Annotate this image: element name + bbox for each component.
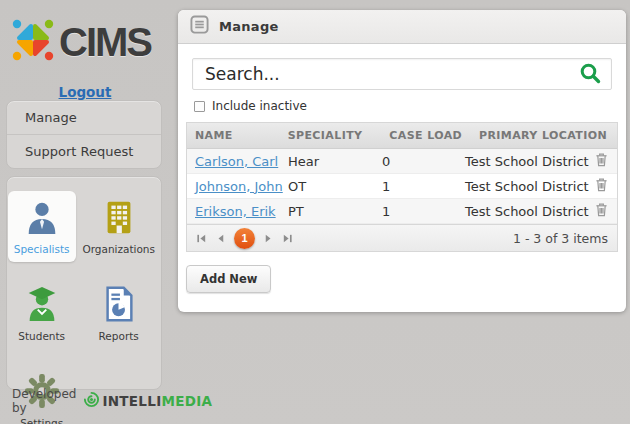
sidebar: CIMS Logout Manage Support Request Speci… xyxy=(0,0,170,424)
case-load-cell: 1 xyxy=(374,204,457,219)
pager-first-button[interactable] xyxy=(196,233,207,244)
module-label: Specialists xyxy=(14,243,70,255)
pager-last-button[interactable] xyxy=(282,233,293,244)
developed-by-text: Developed by xyxy=(12,387,76,415)
column-header-speciality[interactable]: SPECIALITY xyxy=(280,123,382,148)
graduate-icon xyxy=(23,285,61,323)
cims-logo-icon xyxy=(9,16,57,68)
pager: 1 1 - 3 of 3 items xyxy=(187,224,617,251)
table-header-row: NAME SPECIALITY CASE LOAD PRIMARY LOCATI… xyxy=(187,123,617,149)
pager-next-button[interactable] xyxy=(263,233,274,244)
include-inactive-checkbox[interactable] xyxy=(194,101,205,112)
panel-title: Manage xyxy=(219,19,279,34)
case-load-cell: 1 xyxy=(374,179,457,194)
search-button[interactable] xyxy=(579,62,601,87)
search-box xyxy=(192,58,612,90)
building-icon xyxy=(100,198,138,236)
primary-location-cell: Test School District xyxy=(457,204,587,219)
brand-title: CIMS xyxy=(59,20,151,65)
module-reports[interactable]: Reports xyxy=(93,278,145,349)
include-inactive-label: Include inactive xyxy=(212,99,307,113)
module-label: Students xyxy=(18,330,65,342)
add-new-button[interactable]: Add New xyxy=(186,265,271,293)
table-row: Carlson, Carl Hear 0 Test School Distric… xyxy=(187,149,617,174)
search-input[interactable] xyxy=(203,63,579,85)
module-students[interactable]: Students xyxy=(12,278,71,349)
app-logo: CIMS xyxy=(9,16,151,68)
report-document-icon xyxy=(100,285,138,323)
module-label: Settings xyxy=(20,417,63,424)
speciality-cell: PT xyxy=(280,204,374,219)
manage-panel: Manage Include inactive NAME SPECIALITY xyxy=(178,10,626,312)
sidebar-item-manage[interactable]: Manage xyxy=(7,101,161,135)
specialist-link[interactable]: Carlson, Carl xyxy=(195,154,278,169)
sidebar-item-support-request[interactable]: Support Request xyxy=(7,135,161,168)
intellimedia-swirl-icon xyxy=(76,391,100,411)
intellimedia-wordmark-left: INTELLI xyxy=(102,393,161,409)
include-inactive-row: Include inactive xyxy=(194,99,612,113)
search-icon xyxy=(579,62,601,87)
specialist-link[interactable]: Johnson, John xyxy=(195,179,283,194)
column-header-name[interactable]: NAME xyxy=(187,123,280,148)
primary-location-cell: Test School District xyxy=(457,179,587,194)
trash-icon xyxy=(595,152,608,170)
module-organizations[interactable]: Organizations xyxy=(76,191,161,262)
speciality-cell: Hear xyxy=(280,154,374,169)
intellimedia-wordmark-right: MEDIA xyxy=(162,393,213,409)
specialist-link[interactable]: Erikson, Erik xyxy=(195,204,276,219)
speciality-cell: OT xyxy=(280,179,374,194)
delete-button[interactable] xyxy=(595,202,608,220)
sidebar-menu: Manage Support Request xyxy=(6,100,162,169)
column-header-case-load[interactable]: CASE LOAD xyxy=(381,123,471,148)
pager-page-1[interactable]: 1 xyxy=(234,228,255,249)
list-icon xyxy=(190,15,209,38)
person-icon xyxy=(23,198,61,236)
column-header-primary-location[interactable]: PRIMARY LOCATION xyxy=(471,123,601,148)
delete-button[interactable] xyxy=(595,152,608,170)
specialists-table: NAME SPECIALITY CASE LOAD PRIMARY LOCATI… xyxy=(186,122,618,252)
pager-summary: 1 - 3 of 3 items xyxy=(513,231,608,246)
sidebar-modules: Specialists Organization xyxy=(6,176,162,390)
table-row: Johnson, John OT 1 Test School District xyxy=(187,174,617,199)
panel-header: Manage xyxy=(178,10,626,44)
table-row: Erikson, Erik PT 1 Test School District xyxy=(187,199,617,224)
primary-location-cell: Test School District xyxy=(457,154,587,169)
trash-icon xyxy=(595,202,608,220)
module-label: Reports xyxy=(99,330,139,342)
trash-icon xyxy=(595,177,608,195)
module-label: Organizations xyxy=(82,243,155,255)
case-load-cell: 0 xyxy=(374,154,457,169)
module-specialists[interactable]: Specialists xyxy=(8,191,76,262)
developer-credit: Developed by INTELLI MEDIA xyxy=(12,387,212,415)
logout-link[interactable]: Logout xyxy=(59,84,112,100)
delete-button[interactable] xyxy=(595,177,608,195)
pager-prev-button[interactable] xyxy=(215,233,226,244)
